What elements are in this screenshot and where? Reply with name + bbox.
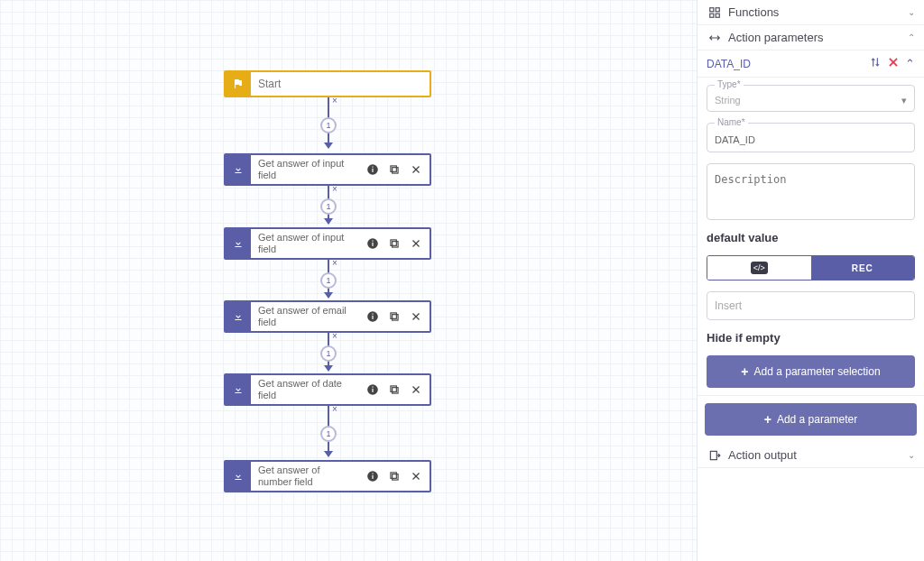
svg-rect-11 [391, 240, 396, 245]
field-label: Name* [715, 117, 748, 127]
info-icon[interactable] [365, 161, 381, 178]
add-parameter-button[interactable]: + Add a parameter [705, 403, 917, 436]
copy-icon[interactable] [386, 468, 402, 484]
svg-rect-15 [372, 316, 373, 319]
close-icon[interactable] [408, 235, 424, 252]
node-label: Start [251, 72, 430, 96]
download-icon [226, 229, 251, 258]
flow-node-action[interactable]: Get answer of date field [224, 373, 431, 406]
node-label: Get answer of number field [258, 464, 353, 487]
connector-remove-icon[interactable]: × [332, 258, 337, 268]
download-icon [226, 302, 251, 331]
svg-rect-1 [372, 169, 373, 172]
flag-icon [226, 72, 251, 96]
svg-rect-29 [372, 475, 373, 479]
description-input[interactable] [715, 173, 907, 211]
hide-if-empty-label: Hide if empty [707, 331, 915, 345]
plus-icon: + [764, 412, 772, 427]
svg-rect-3 [393, 168, 398, 173]
field-label: Type* [715, 79, 744, 89]
panel-title: Action parameters [728, 31, 824, 44]
connector-badge: 1 [320, 117, 337, 133]
name-field[interactable]: Name* [707, 123, 915, 152]
grid-icon [707, 6, 723, 19]
name-input[interactable] [715, 134, 907, 145]
svg-rect-36 [716, 7, 719, 11]
reorder-icon[interactable] [869, 56, 882, 71]
node-label: Get answer of email field [258, 305, 353, 327]
copy-icon[interactable] [386, 235, 402, 252]
connector-badge: 1 [320, 426, 337, 442]
node-label: Get answer of input field [258, 232, 353, 254]
flow-node-action[interactable]: Get answer of input field [224, 153, 431, 186]
type-value: String [715, 95, 907, 106]
svg-rect-10 [393, 242, 398, 247]
connector: × 1 [328, 97, 329, 148]
flow-node-action[interactable]: Get answer of number field [224, 460, 431, 492]
close-icon[interactable] [408, 382, 424, 398]
connector-badge: 1 [320, 198, 337, 215]
description-field[interactable] [707, 163, 915, 220]
copy-icon[interactable] [386, 161, 402, 178]
chevron-up-icon[interactable]: ⌃ [905, 57, 915, 70]
value-mode-toggle: </> REC [707, 255, 915, 280]
download-icon [226, 375, 251, 404]
svg-rect-8 [372, 243, 373, 246]
svg-rect-25 [391, 386, 396, 391]
node-label: Get answer of input field [258, 158, 353, 180]
flow-node-action[interactable]: Get answer of input field [224, 227, 431, 260]
node-label: Get answer of date field [258, 378, 353, 400]
code-mode-button[interactable]: </> [707, 256, 811, 280]
connector-badge: 1 [320, 272, 337, 289]
chevron-down-icon: ⌄ [908, 7, 915, 17]
close-icon[interactable] [408, 161, 424, 178]
panel-title: Action output [728, 448, 797, 462]
button-label: Add a parameter [777, 413, 857, 426]
svg-rect-31 [393, 474, 398, 480]
svg-rect-41 [710, 451, 716, 459]
copy-icon[interactable] [386, 382, 402, 398]
svg-rect-30 [372, 474, 373, 474]
connector-remove-icon[interactable]: × [332, 404, 337, 414]
parameter-body: Type* String Name* default value </> REC… [698, 78, 924, 396]
info-icon[interactable] [365, 235, 381, 252]
close-icon[interactable] [408, 308, 424, 325]
download-icon [226, 155, 251, 184]
panel-action-output[interactable]: Action output ⌄ [698, 443, 924, 468]
svg-rect-22 [372, 389, 373, 392]
connector: × 1 [328, 406, 329, 456]
panel-title: Functions [728, 5, 779, 19]
info-icon[interactable] [365, 382, 381, 398]
panel-functions[interactable]: Functions ⌄ [698, 0, 924, 25]
info-icon[interactable] [365, 308, 381, 325]
svg-rect-35 [710, 7, 714, 11]
type-field[interactable]: Type* String [707, 85, 915, 112]
svg-rect-2 [372, 167, 373, 168]
svg-rect-17 [393, 315, 398, 320]
chevron-down-icon: ⌄ [908, 450, 915, 460]
insert-field[interactable]: Insert [707, 291, 915, 320]
connector-remove-icon[interactable]: × [332, 331, 337, 341]
copy-icon[interactable] [386, 308, 402, 325]
chevron-up-icon: ⌃ [908, 32, 915, 42]
arrows-horizontal-icon [707, 32, 723, 44]
svg-rect-4 [391, 166, 396, 171]
output-icon [707, 449, 723, 462]
panel-action-parameters[interactable]: Action parameters ⌃ [698, 25, 924, 51]
delete-icon[interactable] [887, 56, 900, 71]
connector: × 1 [328, 260, 329, 298]
code-icon: </> [751, 262, 768, 274]
svg-rect-38 [716, 14, 719, 17]
add-parameter-selection-button[interactable]: + Add a parameter selection [707, 355, 915, 388]
flow-node-action[interactable]: Get answer of email field [224, 300, 431, 333]
rec-mode-button[interactable]: REC [811, 256, 915, 280]
connector: × 1 [328, 186, 329, 224]
connector-remove-icon[interactable]: × [332, 184, 337, 194]
svg-rect-37 [710, 14, 714, 17]
connector-remove-icon[interactable]: × [332, 96, 337, 106]
flow-node-start[interactable]: Start [224, 70, 431, 97]
info-icon[interactable] [365, 468, 381, 484]
button-label: Add a parameter selection [754, 365, 881, 378]
close-icon[interactable] [408, 468, 424, 484]
flow-canvas[interactable]: Start × 1 Get answer of input field × 1 … [0, 0, 697, 561]
